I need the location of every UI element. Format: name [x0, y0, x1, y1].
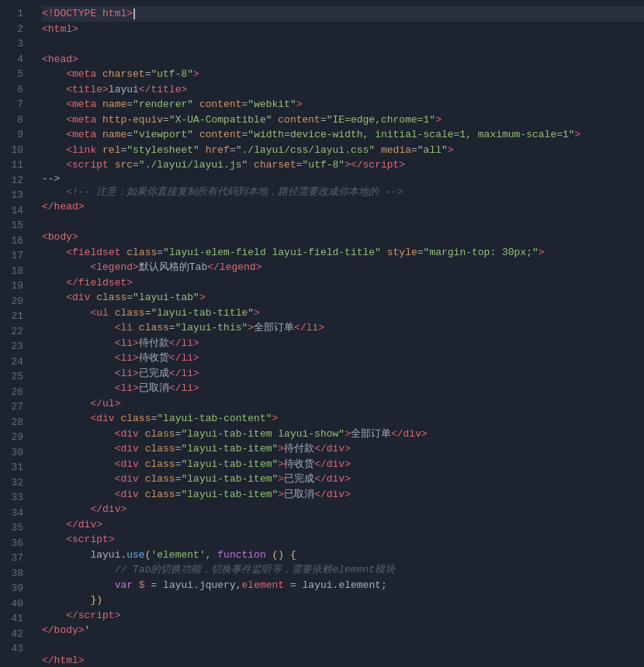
code-line-35: <script>	[42, 532, 644, 548]
line-num-6: 6	[0, 82, 33, 98]
code-line-19: <div class="layui-tab">	[42, 290, 644, 306]
code-line-23: <li>待收货</li>	[42, 351, 644, 366]
code-line-43: </html>	[42, 653, 644, 667]
line-num-26: 26	[0, 385, 33, 400]
line-num-10: 10	[0, 143, 33, 158]
line-num-23: 23	[0, 339, 33, 354]
code-line-8: <meta http-equiv="X-UA-Compatible" conte…	[42, 112, 644, 128]
line-num-32: 32	[0, 475, 33, 491]
code-line-24: <li>已完成</li>	[42, 366, 644, 382]
code-line-39: })	[42, 593, 644, 608]
code-line-21: <li class="layui-this">全部订单</li>	[42, 320, 644, 336]
code-line-11: <script src="./layui/layui.js" charset="…	[42, 157, 644, 173]
line-num-34: 34	[0, 506, 33, 521]
code-line-29: <div class="layui-tab-item">待付款</div>	[42, 441, 644, 457]
line-num-1: 1	[0, 6, 33, 22]
line-numbers: 1 2 3 4 5 6 7 8 9 10 11 12 13 14 15 16 1…	[0, 0, 33, 667]
line-num-7: 7	[0, 97, 33, 112]
line-num-20: 20	[0, 294, 33, 309]
line-num-27: 27	[0, 399, 33, 415]
code-line-7: <meta name="renderer" content="webkit">	[42, 97, 644, 112]
line-num-13: 13	[0, 188, 33, 203]
code-line-28: <div class="layui-tab-item layui-show">全…	[42, 427, 644, 442]
line-num-41: 41	[0, 611, 33, 627]
line-num-38: 38	[0, 566, 33, 582]
code-line-15: <body>	[42, 230, 644, 245]
line-num-24: 24	[0, 354, 33, 370]
code-line-31: <div class="layui-tab-item">已完成</div>	[42, 472, 644, 487]
code-line-2: <html>	[42, 22, 644, 37]
line-num-37: 37	[0, 551, 33, 566]
line-num-30: 30	[0, 445, 33, 461]
code-line-12: <!-- 注意：如果你直接复制所有代码到本地，路径需要改成你本地的 -->	[42, 185, 644, 200]
line-num-36: 36	[0, 536, 33, 551]
line-num-42: 42	[0, 627, 33, 642]
code-line-41: </body>'	[42, 623, 644, 638]
code-line-3	[42, 36, 644, 52]
line-num-28: 28	[0, 415, 33, 430]
line-num-4: 4	[0, 52, 33, 67]
code-line-14	[42, 215, 644, 230]
line-num-3: 3	[0, 36, 33, 52]
line-num-29: 29	[0, 430, 33, 445]
code-line-13: </head>	[42, 199, 644, 215]
code-line-40: </script>	[42, 608, 644, 624]
code-editor: 1 2 3 4 5 6 7 8 9 10 11 12 13 14 15 16 1…	[0, 0, 644, 667]
line-num-5: 5	[0, 67, 33, 82]
line-num-25: 25	[0, 369, 33, 385]
code-line-4: <head>	[42, 52, 644, 67]
code-line-26: </ul>	[42, 396, 644, 412]
code-line-16: <fieldset class="layui-elem-field layui-…	[42, 245, 644, 261]
code-line-25: <li>已取消</li>	[42, 381, 644, 396]
code-line-6: <title>layui</title>	[42, 82, 644, 98]
line-num-43: 43	[0, 641, 33, 657]
line-num-12: 12	[0, 173, 33, 188]
line-num-16: 16	[0, 233, 33, 249]
line-num-18: 18	[0, 264, 33, 279]
code-line-18: </fieldset>	[42, 275, 644, 291]
code-line-42	[42, 638, 644, 654]
line-num-17: 17	[0, 248, 33, 264]
code-line-37: // Tab的切换功能，切换事件监听等，需要依赖element模块	[42, 562, 644, 578]
line-num-33: 33	[0, 490, 33, 506]
line-num-21: 21	[0, 309, 33, 324]
code-line-32: <div class="layui-tab-item">已取消</div>	[42, 487, 644, 503]
line-num-2: 2	[0, 22, 33, 37]
code-line-17: <legend>默认风格的Tab</legend>	[42, 260, 644, 275]
line-num-19: 19	[0, 278, 33, 294]
line-num-35: 35	[0, 520, 33, 536]
code-content[interactable]: <!DOCTYPE html> <html> <head> <meta char…	[33, 0, 644, 667]
line-num-14: 14	[0, 203, 33, 219]
code-line-36: layui.use('element', function () {	[42, 548, 644, 563]
code-line-10: <link rel="stylesheet" href="./layui/css…	[42, 143, 644, 158]
line-num-8: 8	[0, 112, 33, 128]
line-num-11: 11	[0, 157, 33, 173]
code-line-34: </div>	[42, 517, 644, 533]
code-line-38: var $ = layui.jquery,element = layui.ele…	[42, 578, 644, 593]
line-num-40: 40	[0, 596, 33, 612]
code-line-30: <div class="layui-tab-item">待收货</div>	[42, 457, 644, 472]
code-line-22: <li>待付款</li>	[42, 336, 644, 351]
code-line-33: </div>	[42, 502, 644, 517]
line-num-22: 22	[0, 324, 33, 340]
line-num-39: 39	[0, 581, 33, 596]
code-line-9: <meta name="viewport" content="width=dev…	[42, 127, 644, 143]
line-num-15: 15	[0, 218, 33, 233]
line-num-9: 9	[0, 127, 33, 143]
code-line-27: <div class="layui-tab-content">	[42, 411, 644, 427]
code-line-1: <!DOCTYPE html>	[42, 6, 644, 22]
code-line-5: <meta charset="utf-8">	[42, 67, 644, 82]
code-line-20: <ul class="layui-tab-title">	[42, 306, 644, 321]
line-num-31: 31	[0, 460, 33, 475]
